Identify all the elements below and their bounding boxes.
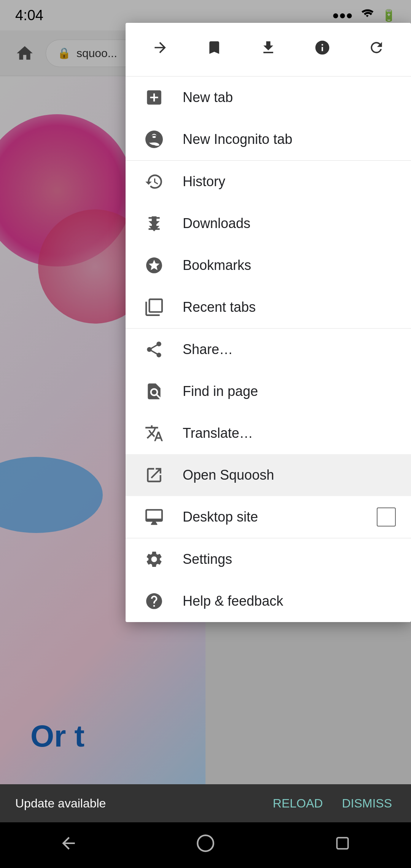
dismiss-button[interactable]: DISMISS <box>338 793 396 814</box>
menu-item-settings[interactable]: Settings <box>126 538 411 580</box>
open-squoosh-label: Open Squoosh <box>183 467 396 483</box>
menu-item-incognito[interactable]: New Incognito tab <box>126 118 411 160</box>
forward-icon <box>152 39 169 60</box>
settings-icon <box>141 546 167 573</box>
translate-label: Translate… <box>183 425 396 441</box>
menu-item-translate[interactable]: Translate… <box>126 412 411 454</box>
bookmark-icon <box>206 39 223 60</box>
recent-tabs-label: Recent tabs <box>183 299 396 315</box>
settings-label: Settings <box>183 551 396 567</box>
download-icon <box>260 39 277 60</box>
menu-item-share[interactable]: Share… <box>126 329 411 370</box>
update-text: Update available <box>15 796 106 811</box>
downloads-label: Downloads <box>183 215 396 231</box>
find-in-page-icon <box>141 378 167 405</box>
forward-button[interactable] <box>145 34 175 65</box>
recent-tabs-icon <box>141 294 167 321</box>
bookmark-button[interactable] <box>199 34 229 65</box>
bookmarks-icon <box>141 252 167 279</box>
info-icon <box>314 39 331 60</box>
menu-item-history[interactable]: History <box>126 161 411 203</box>
help-icon <box>141 588 167 614</box>
open-squoosh-icon <box>141 462 167 488</box>
share-icon <box>141 336 167 363</box>
menu-toolbar <box>126 23 411 77</box>
share-label: Share… <box>183 341 396 357</box>
bookmarks-label: Bookmarks <box>183 257 396 273</box>
downloads-icon <box>141 210 167 237</box>
menu-item-recent-tabs[interactable]: Recent tabs <box>126 286 411 328</box>
desktop-site-checkbox[interactable] <box>377 507 396 527</box>
reload-button[interactable]: RELOAD <box>269 793 327 814</box>
incognito-icon <box>141 126 167 153</box>
find-in-page-label: Find in page <box>183 383 396 399</box>
menu-item-bookmarks[interactable]: Bookmarks <box>126 244 411 286</box>
help-feedback-label: Help & feedback <box>183 593 396 609</box>
menu-item-find-in-page[interactable]: Find in page <box>126 370 411 412</box>
history-label: History <box>183 174 396 190</box>
new-tab-label: New tab <box>183 89 396 105</box>
update-actions: RELOAD DISMISS <box>269 793 396 814</box>
menu-item-new-tab[interactable]: New tab <box>126 77 411 118</box>
menu-item-desktop-site[interactable]: Desktop site <box>126 496 411 538</box>
translate-icon <box>141 420 167 447</box>
menu-item-help-feedback[interactable]: Help & feedback <box>126 580 411 622</box>
desktop-site-label: Desktop site <box>183 509 377 525</box>
desktop-site-icon <box>141 504 167 530</box>
update-banner: Update available RELOAD DISMISS <box>0 784 411 822</box>
new-tab-icon <box>141 84 167 111</box>
refresh-icon <box>368 39 385 60</box>
download-button[interactable] <box>253 34 284 65</box>
menu-item-open-squoosh[interactable]: Open Squoosh <box>126 454 411 496</box>
refresh-button[interactable] <box>361 34 392 65</box>
incognito-label: New Incognito tab <box>183 131 396 147</box>
svg-point-2 <box>152 136 157 139</box>
menu-item-downloads[interactable]: Downloads <box>126 203 411 244</box>
dropdown-menu: New tab New Incognito tab History Downlo… <box>126 23 411 622</box>
info-button[interactable] <box>307 34 338 65</box>
history-icon <box>141 168 167 195</box>
